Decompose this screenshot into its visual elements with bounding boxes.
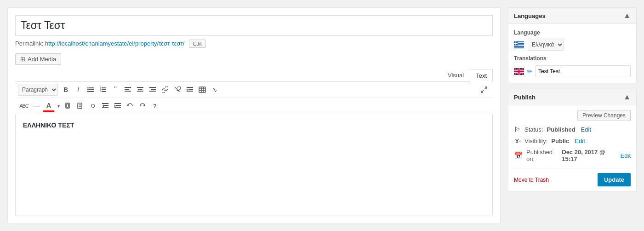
visibility-row: 👁 Visibility: Public Edit [514, 137, 631, 145]
visibility-edit-link[interactable]: Edit [575, 138, 585, 144]
svg-point-3 [87, 87, 89, 89]
table-button[interactable] [196, 84, 208, 96]
add-media-button[interactable]: ⊞ Add Media [15, 53, 61, 65]
languages-panel: Languages ▲ Language [508, 7, 637, 83]
svg-rect-6 [102, 87, 106, 88]
toolbar-row-2: ABC — A ▾ Ω ? [15, 98, 493, 114]
ordered-list-button[interactable]: 123 [97, 84, 109, 96]
expand-button[interactable] [478, 84, 490, 96]
permalink-edit-button[interactable]: Edit [189, 40, 206, 48]
permalink-link[interactable]: http://localhost/chaniamyestate/el/prope… [45, 40, 184, 47]
svg-rect-42 [114, 103, 121, 104]
greek-flag-icon [514, 41, 524, 48]
paragraph-select[interactable]: Paragraph [18, 84, 58, 96]
languages-panel-body: Language [508, 24, 636, 83]
svg-rect-8 [102, 91, 106, 92]
redo-button[interactable] [137, 100, 148, 112]
published-on-label: Published on: [526, 149, 558, 162]
post-title-input[interactable] [15, 15, 493, 36]
strikethrough-button[interactable]: ABC [18, 100, 30, 112]
visibility-value: Public [551, 138, 569, 144]
svg-rect-19 [151, 89, 156, 90]
svg-rect-2 [89, 91, 94, 92]
color-picker-dropdown[interactable]: ▾ [55, 100, 62, 112]
svg-rect-15 [137, 87, 143, 88]
visibility-icon: 👁 [514, 137, 521, 145]
language-select[interactable]: Ελληνικά [528, 39, 564, 51]
svg-rect-38 [102, 103, 108, 104]
indent-button[interactable] [184, 84, 196, 96]
svg-rect-53 [514, 46, 524, 47]
indent2-button[interactable] [112, 100, 124, 112]
publish-panel-body: Preview Changes 🏳 Status: Published Edit… [508, 105, 636, 191]
paste-word-button[interactable] [74, 100, 86, 112]
svg-rect-17 [137, 91, 143, 92]
undo-button[interactable] [124, 100, 136, 112]
translation-input[interactable] [535, 65, 631, 77]
omega-button[interactable]: Ω [87, 100, 99, 112]
translations-label: Translations [514, 55, 631, 62]
svg-rect-54 [514, 46, 524, 47]
status-edit-link[interactable]: Edit [581, 126, 591, 133]
chart-button[interactable]: ∿ [209, 84, 221, 96]
languages-collapse-icon[interactable]: ▲ [623, 12, 631, 20]
permalink-row: Permalink: http://localhost/chaniamyesta… [15, 40, 493, 48]
editor-content: ΕΛΛΗΝΙΚΟ ΤΕΣΤ [23, 121, 485, 129]
publish-panel: Publish ▲ Preview Changes 🏳 Status: Publ… [508, 89, 637, 191]
hr-button[interactable]: — [30, 100, 42, 112]
svg-rect-12 [125, 87, 131, 88]
italic-button[interactable]: I [72, 84, 84, 96]
preview-changes-container: Preview Changes [514, 110, 631, 121]
publish-panel-header: Publish ▲ [508, 89, 636, 105]
align-right-button[interactable] [147, 84, 159, 96]
translation-row: ✏ [514, 65, 631, 77]
tab-visual[interactable]: Visual [442, 69, 470, 81]
published-on-row: 📅 Published on: Dec 20, 2017 @ 15:17 Edi… [514, 149, 631, 162]
link-button[interactable] [159, 84, 171, 96]
svg-rect-35 [78, 103, 82, 109]
svg-rect-24 [187, 91, 193, 92]
language-row: Language [514, 29, 631, 51]
sidebar: Languages ▲ Language [508, 7, 637, 223]
published-on-edit-link[interactable]: Edit [621, 152, 631, 159]
status-value: Published [547, 126, 575, 133]
unlink-button[interactable] [171, 84, 183, 96]
unordered-list-button[interactable] [85, 84, 97, 96]
status-row: 🏳 Status: Published Edit [514, 126, 631, 133]
svg-rect-20 [149, 91, 156, 92]
languages-title: Languages [514, 12, 546, 19]
svg-rect-1 [89, 89, 94, 90]
move-to-trash-link[interactable]: Move to Trash [514, 177, 549, 183]
svg-rect-58 [514, 43, 518, 44]
add-media-icon: ⊞ [20, 56, 25, 63]
editor-body[interactable]: ΕΛΛΗΝΙΚΟ ΤΕΣΤ [15, 114, 493, 215]
svg-rect-52 [514, 45, 524, 46]
tab-text[interactable]: Text [470, 69, 493, 82]
language-select-row: Ελληνικά [514, 39, 631, 51]
help-button[interactable]: ? [149, 100, 161, 112]
svg-rect-14 [125, 91, 131, 92]
align-left-button[interactable] [122, 84, 134, 96]
status-icon: 🏳 [514, 126, 521, 133]
translation-edit-icon[interactable]: ✏ [527, 68, 532, 75]
published-on-value: Dec 20, 2017 @ 15:17 [562, 149, 615, 162]
svg-rect-44 [114, 107, 121, 108]
svg-text:3: 3 [100, 90, 101, 92]
svg-rect-13 [125, 89, 129, 90]
text-color-button[interactable]: A [43, 100, 55, 112]
update-button[interactable]: Update [598, 173, 631, 186]
bold-button[interactable]: B [60, 84, 72, 96]
svg-rect-16 [138, 89, 142, 90]
svg-rect-23 [188, 89, 193, 90]
svg-rect-0 [89, 87, 94, 88]
blockquote-button[interactable]: " [109, 84, 121, 96]
paste-text-button[interactable] [62, 100, 74, 112]
outdent-button[interactable] [99, 100, 111, 112]
align-center-button[interactable] [134, 84, 146, 96]
svg-rect-26 [199, 87, 205, 92]
preview-changes-button[interactable]: Preview Changes [577, 110, 631, 121]
publish-collapse-icon[interactable]: ▲ [623, 93, 631, 101]
svg-point-5 [87, 91, 89, 92]
translations-section: Translations ✏ [514, 55, 631, 77]
svg-rect-55 [514, 47, 524, 48]
